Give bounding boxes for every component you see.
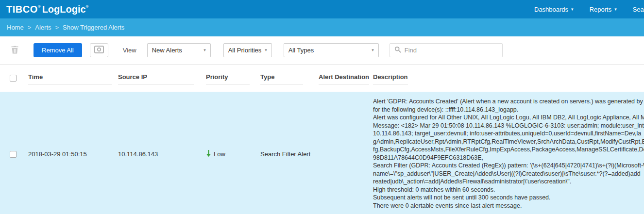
chevron-down-icon: ▾ <box>614 7 617 12</box>
cell-type: Search Filter Alert <box>260 150 319 158</box>
type-filter-value: All Types <box>288 47 314 54</box>
brand-product: LogLogic <box>42 4 86 15</box>
type-filter-dropdown[interactable]: All Types ▾ <box>284 43 379 57</box>
registered-mark: ® <box>86 5 89 9</box>
cell-time: 2018-03-29 01:50:15 <box>28 150 118 158</box>
nav-search-label: Search <box>633 6 644 13</box>
breadcrumb-alerts[interactable]: Alerts <box>35 24 51 31</box>
column-header-description[interactable]: Description <box>373 73 408 84</box>
nav-search[interactable]: Search ▾ <box>633 6 644 13</box>
column-header-type[interactable]: Type <box>260 73 303 84</box>
breadcrumb-separator: > <box>28 24 32 31</box>
search-icon <box>394 46 401 55</box>
alerts-filter-dropdown[interactable]: New Alerts ▾ <box>147 43 211 57</box>
select-all-checkbox[interactable] <box>10 75 17 82</box>
breadcrumb-home[interactable]: Home <box>7 24 24 31</box>
view-label: View <box>123 47 136 54</box>
chevron-down-icon: ▾ <box>203 48 206 52</box>
nav-dashboards-label: Dashboards <box>534 6 568 13</box>
toolbar: Remove All View New Alerts ▾ All Priorit… <box>0 36 644 65</box>
nav-reports-label: Reports <box>590 6 612 13</box>
page: { "brand": { "tibco": "TIBCO", "register… <box>0 0 644 214</box>
row-checkbox[interactable] <box>10 151 17 158</box>
breadcrumb: Home > Alerts > Show Triggered Alerts <box>0 18 644 36</box>
trash-icon <box>10 45 20 56</box>
brand-tibco: TIBCO <box>6 4 38 15</box>
priority-filter-dropdown[interactable]: All Priorities ▾ <box>223 43 272 57</box>
alerts-filter-value: New Alerts <box>152 47 182 54</box>
priority-filter-value: All Priorities <box>228 47 262 54</box>
chevron-down-icon: ▾ <box>372 48 374 52</box>
find-input[interactable] <box>405 47 498 54</box>
select-all-cell <box>0 75 28 82</box>
breadcrumb-current: Show Triggered Alerts <box>63 24 124 31</box>
chevron-down-icon: ▾ <box>265 48 267 52</box>
archive-icon <box>94 46 104 55</box>
delete-button[interactable] <box>10 45 20 56</box>
archive-button[interactable] <box>90 43 108 57</box>
remove-all-button[interactable]: Remove All <box>34 43 82 57</box>
priority-low-arrow-icon <box>206 150 211 158</box>
nav-dashboards[interactable]: Dashboards ▾ <box>534 6 574 13</box>
nav-reports[interactable]: Reports ▾ <box>590 6 617 13</box>
top-bar: TIBCO®LogLogic® Dashboards ▾ Reports ▾ S… <box>0 0 644 18</box>
column-header-alert-destination[interactable]: Alert Destination <box>319 73 369 84</box>
loglogic-logo[interactable]: TIBCO®LogLogic® <box>0 4 89 15</box>
column-header-time[interactable]: Time <box>28 73 112 84</box>
priority-label: Low <box>214 150 225 158</box>
cell-priority: Low <box>206 150 260 158</box>
cell-source-ip: 10.114.86.143 <box>118 150 206 158</box>
find-box <box>390 43 503 57</box>
registered-mark: ® <box>38 5 41 9</box>
top-nav: Dashboards ▾ Reports ▾ Search ▾ <box>534 0 644 18</box>
table-header: Time Source IP Priority Type Alert Desti… <box>0 65 644 92</box>
cell-description: Alert 'GDPR: Accounts Created' (Alert wh… <box>373 92 644 214</box>
row-checkbox-cell <box>0 151 28 158</box>
column-header-source-ip[interactable]: Source IP <box>118 73 194 84</box>
column-header-priority[interactable]: Priority <box>206 73 250 84</box>
chevron-down-icon: ▾ <box>571 7 574 12</box>
breadcrumb-separator: > <box>55 24 59 31</box>
table-row[interactable]: 2018-03-29 01:50:15 10.114.86.143 Low Se… <box>0 92 644 214</box>
